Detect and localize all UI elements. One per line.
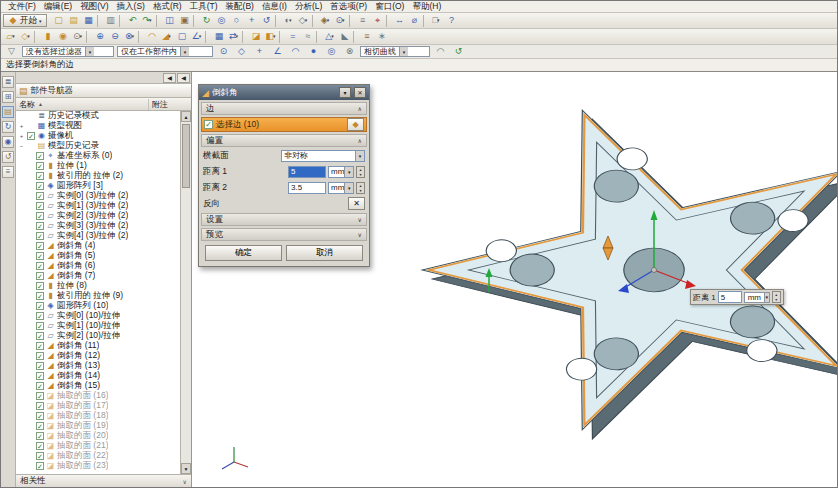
distance-spinner[interactable]: ▴ ▾ <box>772 291 781 303</box>
copy-icon[interactable]: ◫ <box>162 14 177 28</box>
feature-checkbox[interactable]: ✓ <box>36 352 44 360</box>
menu-tools[interactable]: 工具(T) <box>186 1 222 13</box>
offset-section-header[interactable]: 偏置 ∧ <box>201 134 367 147</box>
edge-select-button[interactable]: ◆ <box>347 118 364 131</box>
tree-scrollbar[interactable]: ▲ ▼ <box>180 111 191 474</box>
tree-item[interactable]: ✓ ⌖ 基准坐标系 (0) <box>16 151 180 161</box>
tree-item[interactable]: ✓ ▱ 实例[2] (10)/拉伸 <box>16 331 180 341</box>
feature-checkbox[interactable]: ✓ <box>36 462 44 470</box>
paste-icon[interactable]: ▣ <box>177 14 192 28</box>
feature-checkbox[interactable]: ✓ <box>36 292 44 300</box>
snap-face-icon[interactable]: ⊗ <box>342 45 357 59</box>
unite-icon[interactable]: ⊕ <box>92 30 107 44</box>
tree-item[interactable]: ✓ ◪ 抽取的面 (21) <box>16 441 180 451</box>
measure-icon[interactable]: ⌀ <box>407 14 422 28</box>
layer-settings-icon[interactable]: ≡ <box>355 14 370 28</box>
toolbar-icon[interactable] <box>97 15 102 27</box>
dialog-close-button[interactable]: ✕ <box>354 87 366 98</box>
feature-checkbox[interactable] <box>27 122 35 130</box>
feature-checkbox[interactable]: ✓ <box>36 322 44 330</box>
toolbar-icon[interactable] <box>34 31 39 43</box>
tree-item[interactable]: − ▤ 模型历史记录 <box>16 141 180 151</box>
stop-at-intersection-icon[interactable]: ◠ <box>433 45 448 59</box>
toolbar-icon[interactable] <box>205 31 210 43</box>
section-view-icon[interactable]: ◣ <box>337 30 352 44</box>
curve-rule-combo[interactable]: 相切曲线 ▾ <box>360 46 430 57</box>
intersect-icon[interactable]: ⊗▾ <box>122 30 137 44</box>
pan-icon[interactable]: + <box>244 14 259 28</box>
feature-checkbox[interactable]: ✓ <box>36 202 44 210</box>
distance-value-field[interactable]: 5 <box>718 291 742 303</box>
sketch-icon[interactable]: ▱▾ <box>3 30 18 44</box>
toolbar-icon[interactable] <box>193 15 198 27</box>
cancel-button[interactable]: 取消 <box>286 245 363 261</box>
tree-item[interactable]: ✓ ▮ 被引用的 拉伸 (9) <box>16 291 180 301</box>
toolbar-icon[interactable] <box>156 15 161 27</box>
toolbar-icon[interactable] <box>423 15 428 27</box>
draft-icon[interactable]: ∠▾ <box>189 30 204 44</box>
rotate-view-icon[interactable]: ↺ <box>259 14 274 28</box>
toolbar-icon[interactable] <box>119 15 124 27</box>
tree-item[interactable]: ✓ ▱ 实例[1] (3)/拉伸 (2) <box>16 201 180 211</box>
feature-checkbox[interactable]: ✓ <box>36 402 44 410</box>
collapse-panel-button[interactable]: ◀ <box>163 73 176 83</box>
feature-checkbox[interactable]: ✓ <box>36 302 44 310</box>
history-palette-icon[interactable]: ↺ <box>2 151 14 163</box>
tree-item[interactable]: ✓ ◢ 倒斜角 (6) <box>16 261 180 271</box>
menu-window[interactable]: 窗口(O) <box>371 1 408 13</box>
tree-item[interactable]: ✓ ◪ 抽取的面 (19) <box>16 421 180 431</box>
type-filter-combo[interactable]: 没有选择过滤器 ▾ <box>22 46 114 57</box>
subtract-icon[interactable]: ⊖ <box>107 30 122 44</box>
feature-checkbox[interactable]: ✓ <box>36 412 44 420</box>
shaded-icon[interactable]: ◐▾ <box>281 14 296 28</box>
tree-item[interactable]: ✓ ▮ 拉伸 (8) <box>16 281 180 291</box>
tree-item[interactable]: ✓ ◈ 圆形阵列 (10) <box>16 301 180 311</box>
distance2-field[interactable]: 3.5 <box>288 182 326 194</box>
refresh-icon[interactable]: ↻ <box>199 14 214 28</box>
hd3d-tools-icon[interactable]: ◉ <box>2 136 14 148</box>
tree-item[interactable]: ✓ ▱ 实例[0] (10)/拉伸 <box>16 311 180 321</box>
hole-icon[interactable]: ⊙▾ <box>70 30 85 44</box>
feature-checkbox[interactable]: ✓ <box>27 132 35 140</box>
menu-file[interactable]: 文件(F) <box>4 1 40 13</box>
unit-combo[interactable]: mm ▾ <box>328 182 354 194</box>
toolbar-icon[interactable] <box>353 31 358 43</box>
feature-checkbox[interactable] <box>27 112 35 120</box>
toolbar-icon[interactable] <box>349 15 354 27</box>
edge-section-header[interactable]: 边 ∧ <box>201 102 367 115</box>
cross-section-combo[interactable]: 非对称 ▾ <box>281 150 365 162</box>
menu-edit[interactable]: 编辑(E) <box>40 1 76 13</box>
feature-checkbox[interactable]: ✓ <box>36 272 44 280</box>
window-icon[interactable]: □▾ <box>429 14 444 28</box>
feature-checkbox[interactable]: ✓ <box>36 152 44 160</box>
roles-icon[interactable]: ≡ <box>359 30 374 44</box>
feature-checkbox[interactable]: ✓ <box>36 162 44 170</box>
scope-combo[interactable]: 仅在工作部件内 ▾ <box>117 46 213 57</box>
tree-item[interactable]: ✓ ▱ 实例[0] (3)/拉伸 (2) <box>16 191 180 201</box>
redo-icon[interactable]: ↷▾ <box>140 14 155 28</box>
scroll-down-button[interactable]: ▼ <box>181 463 191 474</box>
tree-item[interactable]: ✓ ▮ 拉伸 (1) <box>16 161 180 171</box>
distance1-field[interactable]: 5 <box>288 166 326 178</box>
feature-checkbox[interactable]: ✓ <box>36 192 44 200</box>
revolve-icon[interactable]: ◉ <box>55 30 70 44</box>
tree-item[interactable]: ✓ ◪ 抽取的面 (17) <box>16 401 180 411</box>
customize-icon[interactable]: ∗ <box>374 30 389 44</box>
menu-insert[interactable]: 插入(S) <box>113 1 149 13</box>
distance2-spinner[interactable]: ▴ ▾ <box>356 182 365 194</box>
open-icon[interactable]: ▤ <box>66 14 81 28</box>
wireframe-icon[interactable]: ◇▾ <box>296 14 311 28</box>
menu-view[interactable]: 视图(V) <box>76 1 112 13</box>
feature-checkbox[interactable]: ✓ <box>36 312 44 320</box>
edge-blend-icon[interactable]: ◠ <box>144 30 159 44</box>
extrude-icon[interactable]: ▮ <box>40 30 55 44</box>
tree-item[interactable]: ✓ ◈ 圆形阵列 [3] <box>16 181 180 191</box>
feature-checkbox[interactable]: ✓ <box>36 182 44 190</box>
tree-item[interactable]: ✓ ◢ 倒斜角 (5) <box>16 251 180 261</box>
toolbar-icon[interactable] <box>138 31 143 43</box>
distance1-spinner[interactable]: ▴ ▾ <box>356 166 365 178</box>
pattern-feature-icon[interactable]: ▦ <box>211 30 226 44</box>
tree-item[interactable]: ≣ 历史记录模式 <box>16 111 180 121</box>
unit-combo[interactable]: mm ▾ <box>328 166 354 178</box>
snap-midpoint-icon[interactable]: + <box>252 45 267 59</box>
